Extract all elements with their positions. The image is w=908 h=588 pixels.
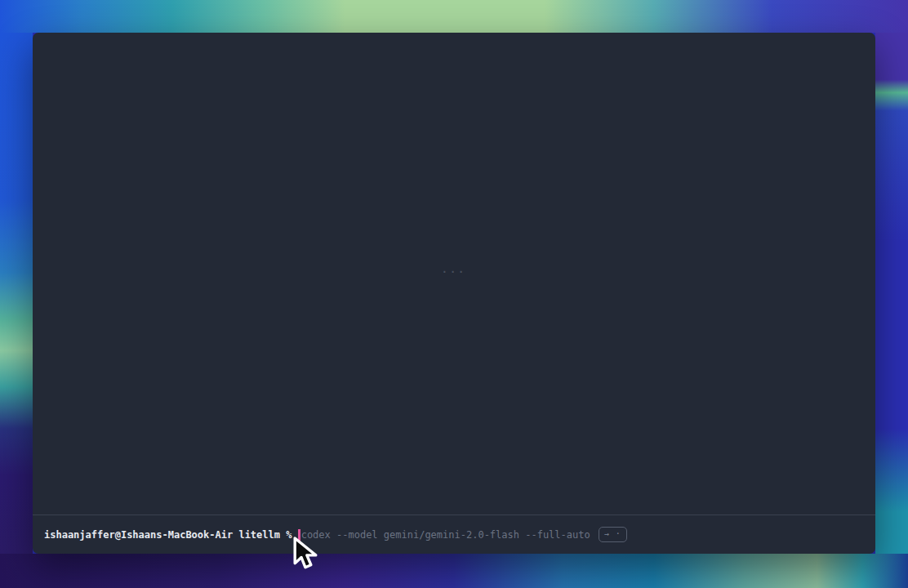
desktop: { "desktop": { "wallpaper": "macos-abstr… [0,0,908,588]
wallpaper-top [0,0,908,33]
wallpaper-right [875,33,908,554]
loading-ellipsis: ... [33,264,875,275]
shell-prompt: ishaanjaffer@Ishaans-MacBook-Air litellm… [44,529,298,541]
terminal-window[interactable]: ... ishaanjaffer@Ishaans-MacBook-Air lit… [33,33,875,554]
wallpaper-bottom [0,554,908,588]
accept-suggestion-key-hint: → · [599,527,627,542]
terminal-prompt-line[interactable]: ishaanjaffer@Ishaans-MacBook-Air litellm… [33,515,875,554]
text-cursor [298,529,300,541]
terminal-output-area: ... [33,33,875,514]
autosuggestion-text: codex --model gemini/gemini-2.0-flash --… [301,529,590,541]
wallpaper-left [0,33,33,554]
